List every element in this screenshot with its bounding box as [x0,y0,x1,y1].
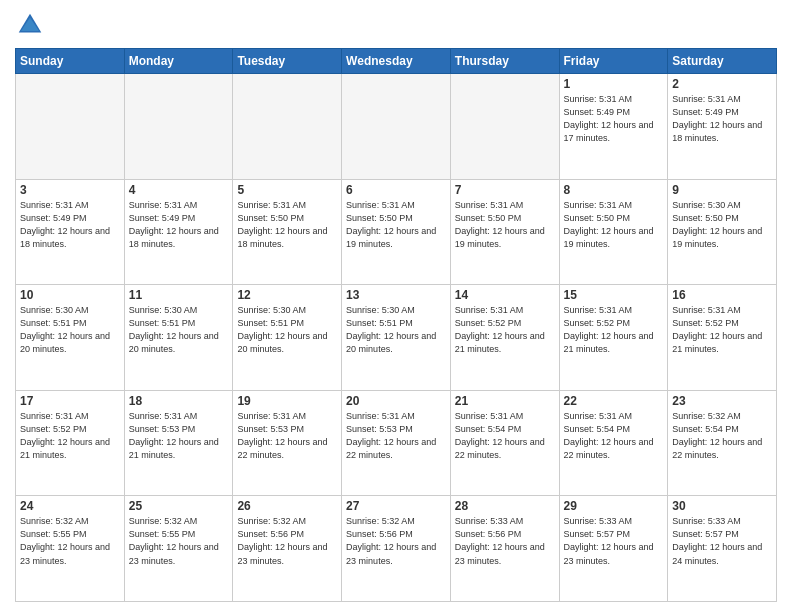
day-info: Sunrise: 5:32 AMSunset: 5:56 PMDaylight:… [237,515,337,567]
day-number: 17 [20,394,120,408]
calendar-cell: 1 Sunrise: 5:31 AMSunset: 5:49 PMDayligh… [559,74,668,180]
day-number: 5 [237,183,337,197]
week-row-5: 24 Sunrise: 5:32 AMSunset: 5:55 PMDaylig… [16,496,777,602]
weekday-header-tuesday: Tuesday [233,49,342,74]
calendar-cell: 18 Sunrise: 5:31 AMSunset: 5:53 PMDaylig… [124,390,233,496]
weekday-header-saturday: Saturday [668,49,777,74]
day-info: Sunrise: 5:31 AMSunset: 5:49 PMDaylight:… [20,199,120,251]
calendar-cell: 6 Sunrise: 5:31 AMSunset: 5:50 PMDayligh… [342,179,451,285]
calendar-cell [124,74,233,180]
day-info: Sunrise: 5:32 AMSunset: 5:55 PMDaylight:… [20,515,120,567]
day-info: Sunrise: 5:31 AMSunset: 5:50 PMDaylight:… [455,199,555,251]
day-info: Sunrise: 5:31 AMSunset: 5:50 PMDaylight:… [564,199,664,251]
day-number: 22 [564,394,664,408]
calendar-cell: 8 Sunrise: 5:31 AMSunset: 5:50 PMDayligh… [559,179,668,285]
day-number: 2 [672,77,772,91]
day-info: Sunrise: 5:31 AMSunset: 5:52 PMDaylight:… [20,410,120,462]
calendar-cell: 9 Sunrise: 5:30 AMSunset: 5:50 PMDayligh… [668,179,777,285]
calendar-table: SundayMondayTuesdayWednesdayThursdayFrid… [15,48,777,602]
day-number: 30 [672,499,772,513]
calendar-cell: 16 Sunrise: 5:31 AMSunset: 5:52 PMDaylig… [668,285,777,391]
calendar-cell: 20 Sunrise: 5:31 AMSunset: 5:53 PMDaylig… [342,390,451,496]
calendar-cell: 10 Sunrise: 5:30 AMSunset: 5:51 PMDaylig… [16,285,125,391]
day-number: 13 [346,288,446,302]
day-info: Sunrise: 5:32 AMSunset: 5:56 PMDaylight:… [346,515,446,567]
header [15,10,777,40]
day-info: Sunrise: 5:30 AMSunset: 5:51 PMDaylight:… [20,304,120,356]
weekday-header-wednesday: Wednesday [342,49,451,74]
calendar-cell: 29 Sunrise: 5:33 AMSunset: 5:57 PMDaylig… [559,496,668,602]
day-number: 19 [237,394,337,408]
calendar-cell: 25 Sunrise: 5:32 AMSunset: 5:55 PMDaylig… [124,496,233,602]
day-info: Sunrise: 5:31 AMSunset: 5:49 PMDaylight:… [564,93,664,145]
day-number: 12 [237,288,337,302]
calendar-cell: 2 Sunrise: 5:31 AMSunset: 5:49 PMDayligh… [668,74,777,180]
calendar-cell: 12 Sunrise: 5:30 AMSunset: 5:51 PMDaylig… [233,285,342,391]
calendar-cell: 30 Sunrise: 5:33 AMSunset: 5:57 PMDaylig… [668,496,777,602]
calendar-cell: 13 Sunrise: 5:30 AMSunset: 5:51 PMDaylig… [342,285,451,391]
day-number: 26 [237,499,337,513]
week-row-3: 10 Sunrise: 5:30 AMSunset: 5:51 PMDaylig… [16,285,777,391]
calendar-cell: 5 Sunrise: 5:31 AMSunset: 5:50 PMDayligh… [233,179,342,285]
day-info: Sunrise: 5:31 AMSunset: 5:49 PMDaylight:… [129,199,229,251]
calendar-cell [233,74,342,180]
day-number: 27 [346,499,446,513]
day-number: 23 [672,394,772,408]
week-row-2: 3 Sunrise: 5:31 AMSunset: 5:49 PMDayligh… [16,179,777,285]
day-number: 24 [20,499,120,513]
day-info: Sunrise: 5:31 AMSunset: 5:53 PMDaylight:… [237,410,337,462]
calendar-cell: 21 Sunrise: 5:31 AMSunset: 5:54 PMDaylig… [450,390,559,496]
weekday-header-monday: Monday [124,49,233,74]
weekday-header-thursday: Thursday [450,49,559,74]
weekday-header-sunday: Sunday [16,49,125,74]
calendar-cell [342,74,451,180]
calendar-cell: 22 Sunrise: 5:31 AMSunset: 5:54 PMDaylig… [559,390,668,496]
calendar-cell [16,74,125,180]
day-number: 20 [346,394,446,408]
day-info: Sunrise: 5:31 AMSunset: 5:53 PMDaylight:… [346,410,446,462]
day-number: 15 [564,288,664,302]
calendar-cell: 26 Sunrise: 5:32 AMSunset: 5:56 PMDaylig… [233,496,342,602]
calendar-cell: 4 Sunrise: 5:31 AMSunset: 5:49 PMDayligh… [124,179,233,285]
calendar-cell [450,74,559,180]
day-info: Sunrise: 5:31 AMSunset: 5:54 PMDaylight:… [564,410,664,462]
calendar-cell: 19 Sunrise: 5:31 AMSunset: 5:53 PMDaylig… [233,390,342,496]
calendar-cell: 17 Sunrise: 5:31 AMSunset: 5:52 PMDaylig… [16,390,125,496]
calendar-cell: 14 Sunrise: 5:31 AMSunset: 5:52 PMDaylig… [450,285,559,391]
calendar-cell: 7 Sunrise: 5:31 AMSunset: 5:50 PMDayligh… [450,179,559,285]
day-number: 25 [129,499,229,513]
day-info: Sunrise: 5:31 AMSunset: 5:52 PMDaylight:… [672,304,772,356]
week-row-4: 17 Sunrise: 5:31 AMSunset: 5:52 PMDaylig… [16,390,777,496]
week-row-1: 1 Sunrise: 5:31 AMSunset: 5:49 PMDayligh… [16,74,777,180]
logo [15,10,49,40]
day-number: 11 [129,288,229,302]
calendar-cell: 28 Sunrise: 5:33 AMSunset: 5:56 PMDaylig… [450,496,559,602]
calendar-cell: 15 Sunrise: 5:31 AMSunset: 5:52 PMDaylig… [559,285,668,391]
day-number: 29 [564,499,664,513]
day-number: 1 [564,77,664,91]
day-info: Sunrise: 5:31 AMSunset: 5:52 PMDaylight:… [455,304,555,356]
calendar-cell: 23 Sunrise: 5:32 AMSunset: 5:54 PMDaylig… [668,390,777,496]
day-number: 6 [346,183,446,197]
day-info: Sunrise: 5:33 AMSunset: 5:57 PMDaylight:… [672,515,772,567]
day-number: 10 [20,288,120,302]
day-info: Sunrise: 5:31 AMSunset: 5:52 PMDaylight:… [564,304,664,356]
day-info: Sunrise: 5:33 AMSunset: 5:56 PMDaylight:… [455,515,555,567]
day-info: Sunrise: 5:32 AMSunset: 5:55 PMDaylight:… [129,515,229,567]
day-number: 14 [455,288,555,302]
day-info: Sunrise: 5:31 AMSunset: 5:53 PMDaylight:… [129,410,229,462]
day-info: Sunrise: 5:33 AMSunset: 5:57 PMDaylight:… [564,515,664,567]
day-number: 21 [455,394,555,408]
day-number: 8 [564,183,664,197]
day-info: Sunrise: 5:31 AMSunset: 5:50 PMDaylight:… [237,199,337,251]
weekday-header-friday: Friday [559,49,668,74]
day-info: Sunrise: 5:32 AMSunset: 5:54 PMDaylight:… [672,410,772,462]
day-number: 16 [672,288,772,302]
calendar-cell: 3 Sunrise: 5:31 AMSunset: 5:49 PMDayligh… [16,179,125,285]
day-number: 18 [129,394,229,408]
calendar-cell: 11 Sunrise: 5:30 AMSunset: 5:51 PMDaylig… [124,285,233,391]
day-info: Sunrise: 5:31 AMSunset: 5:49 PMDaylight:… [672,93,772,145]
day-info: Sunrise: 5:30 AMSunset: 5:51 PMDaylight:… [346,304,446,356]
day-info: Sunrise: 5:30 AMSunset: 5:51 PMDaylight:… [237,304,337,356]
calendar-cell: 24 Sunrise: 5:32 AMSunset: 5:55 PMDaylig… [16,496,125,602]
